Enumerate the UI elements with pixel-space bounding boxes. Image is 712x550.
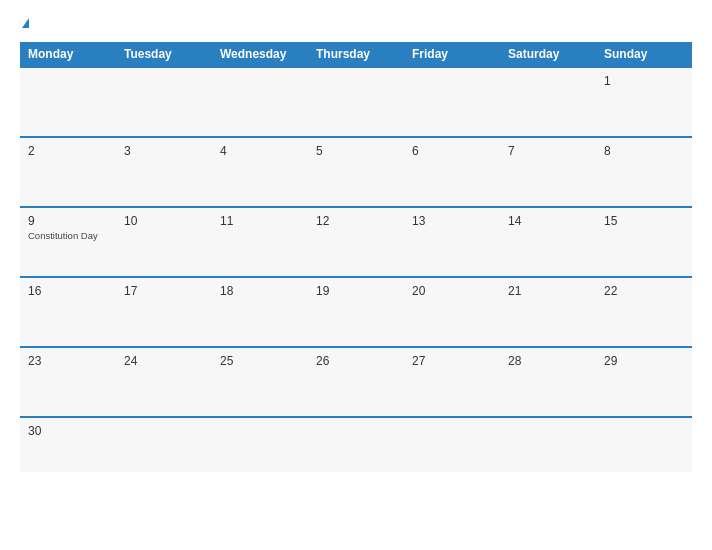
calendar-cell [212, 417, 308, 472]
day-number: 30 [28, 424, 108, 438]
day-number: 1 [604, 74, 684, 88]
calendar-cell: 20 [404, 277, 500, 347]
calendar-cell: 30 [20, 417, 116, 472]
calendar-cell: 4 [212, 137, 308, 207]
calendar-cell [500, 67, 596, 137]
weekday-header-saturday: Saturday [500, 42, 596, 67]
week-row-3: 9Constitution Day101112131415 [20, 207, 692, 277]
weekday-header-thursday: Thursday [308, 42, 404, 67]
day-number: 27 [412, 354, 492, 368]
calendar-cell: 18 [212, 277, 308, 347]
calendar-cell: 5 [308, 137, 404, 207]
calendar-cell: 2 [20, 137, 116, 207]
calendar-cell: 3 [116, 137, 212, 207]
calendar-cell [20, 67, 116, 137]
week-row-6: 30 [20, 417, 692, 472]
calendar-header [20, 18, 692, 28]
calendar-cell [116, 417, 212, 472]
calendar-cell: 26 [308, 347, 404, 417]
day-number: 23 [28, 354, 108, 368]
day-number: 14 [508, 214, 588, 228]
weekday-header-row: MondayTuesdayWednesdayThursdayFridaySatu… [20, 42, 692, 67]
logo-triangle-icon [22, 18, 29, 28]
calendar-cell: 15 [596, 207, 692, 277]
weekday-header-monday: Monday [20, 42, 116, 67]
day-number: 10 [124, 214, 204, 228]
calendar-cell: 11 [212, 207, 308, 277]
day-number: 21 [508, 284, 588, 298]
calendar-cell: 17 [116, 277, 212, 347]
calendar-cell: 1 [596, 67, 692, 137]
calendar-cell [308, 417, 404, 472]
calendar-cell: 7 [500, 137, 596, 207]
calendar-cell: 16 [20, 277, 116, 347]
calendar-cell: 28 [500, 347, 596, 417]
day-number: 22 [604, 284, 684, 298]
day-number: 13 [412, 214, 492, 228]
weekday-header-tuesday: Tuesday [116, 42, 212, 67]
calendar-cell: 21 [500, 277, 596, 347]
weekday-header-friday: Friday [404, 42, 500, 67]
calendar-table: MondayTuesdayWednesdayThursdayFridaySatu… [20, 42, 692, 472]
week-row-1: 1 [20, 67, 692, 137]
day-number: 4 [220, 144, 300, 158]
calendar-container: MondayTuesdayWednesdayThursdayFridaySatu… [0, 0, 712, 550]
day-number: 25 [220, 354, 300, 368]
calendar-cell: 9Constitution Day [20, 207, 116, 277]
day-number: 16 [28, 284, 108, 298]
week-row-2: 2345678 [20, 137, 692, 207]
event-label: Constitution Day [28, 230, 108, 241]
calendar-cell: 24 [116, 347, 212, 417]
calendar-cell [212, 67, 308, 137]
day-number: 7 [508, 144, 588, 158]
week-row-5: 23242526272829 [20, 347, 692, 417]
day-number: 18 [220, 284, 300, 298]
day-number: 8 [604, 144, 684, 158]
calendar-cell: 13 [404, 207, 500, 277]
day-number: 29 [604, 354, 684, 368]
calendar-cell: 23 [20, 347, 116, 417]
calendar-cell: 10 [116, 207, 212, 277]
day-number: 15 [604, 214, 684, 228]
calendar-cell: 14 [500, 207, 596, 277]
day-number: 17 [124, 284, 204, 298]
calendar-cell [404, 417, 500, 472]
calendar-cell [116, 67, 212, 137]
logo [20, 18, 29, 28]
weekday-header-wednesday: Wednesday [212, 42, 308, 67]
calendar-cell [308, 67, 404, 137]
calendar-cell: 8 [596, 137, 692, 207]
day-number: 6 [412, 144, 492, 158]
day-number: 5 [316, 144, 396, 158]
day-number: 20 [412, 284, 492, 298]
calendar-cell [500, 417, 596, 472]
day-number: 28 [508, 354, 588, 368]
day-number: 12 [316, 214, 396, 228]
day-number: 26 [316, 354, 396, 368]
calendar-cell [596, 417, 692, 472]
calendar-cell [404, 67, 500, 137]
calendar-cell: 22 [596, 277, 692, 347]
day-number: 19 [316, 284, 396, 298]
day-number: 24 [124, 354, 204, 368]
calendar-cell: 25 [212, 347, 308, 417]
calendar-cell: 29 [596, 347, 692, 417]
day-number: 9 [28, 214, 108, 228]
day-number: 2 [28, 144, 108, 158]
calendar-cell: 6 [404, 137, 500, 207]
calendar-cell: 19 [308, 277, 404, 347]
day-number: 11 [220, 214, 300, 228]
weekday-header-sunday: Sunday [596, 42, 692, 67]
calendar-cell: 12 [308, 207, 404, 277]
day-number: 3 [124, 144, 204, 158]
calendar-cell: 27 [404, 347, 500, 417]
week-row-4: 16171819202122 [20, 277, 692, 347]
